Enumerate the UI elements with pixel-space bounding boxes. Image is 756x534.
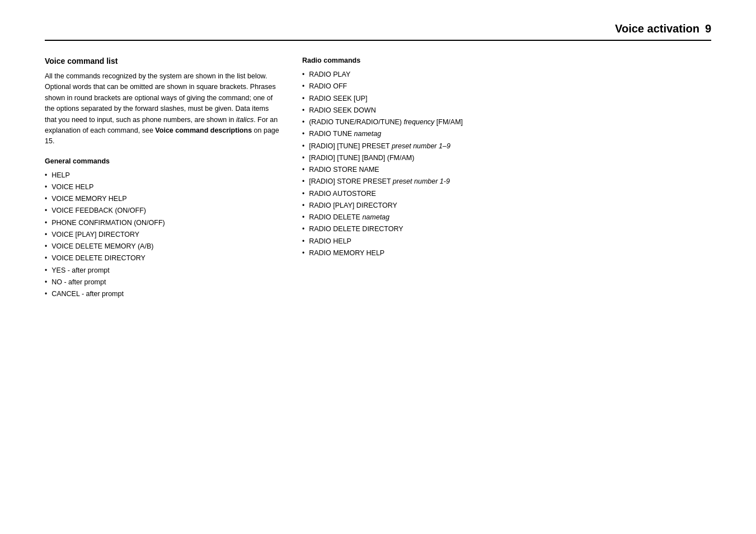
list-item: RADIO DELETE DIRECTORY (302, 223, 554, 235)
list-item: RADIO MEMORY HELP (302, 247, 554, 259)
list-item: YES - after prompt (45, 265, 280, 277)
list-item: VOICE FEEDBACK (ON/OFF) (45, 205, 280, 217)
list-item: RADIO SEEK [UP] (302, 93, 554, 105)
list-item: RADIO PLAY (302, 69, 554, 81)
list-item: [RADIO] [TUNE] [BAND] (FM/AM) (302, 152, 554, 164)
list-item: RADIO [PLAY] DIRECTORY (302, 200, 554, 212)
list-item: RADIO HELP (302, 236, 554, 247)
list-item: RADIO DELETE nametag (302, 212, 554, 223)
list-item: RADIO AUTOSTORE (302, 188, 554, 200)
radio-commands-list: RADIO PLAY RADIO OFF RADIO SEEK [UP] RAD… (302, 69, 554, 259)
page-container: Voice activation 9 Voice command list Al… (0, 0, 756, 534)
list-item: RADIO SEEK DOWN (302, 105, 554, 116)
list-item: PHONE CONFIRMATION (ON/OFF) (45, 217, 280, 229)
list-item: RADIO OFF (302, 81, 554, 92)
list-item: VOICE MEMORY HELP (45, 193, 280, 205)
right-column: Radio commands RADIO PLAY RADIO OFF RADI… (302, 57, 554, 300)
page-header: Voice activation 9 (45, 22, 711, 41)
page-title: Voice activation (615, 22, 699, 35)
general-commands-list: HELP VOICE HELP VOICE MEMORY HELP VOICE … (45, 170, 280, 301)
list-item: [RADIO] [TUNE] PRESET preset number 1–9 (302, 140, 554, 152)
radio-commands-title: Radio commands (302, 57, 554, 64)
page-number: 9 (705, 22, 711, 35)
left-column: Voice command list All the commands reco… (45, 57, 280, 300)
list-item: VOICE HELP (45, 181, 280, 193)
intro-text: All the commands recognized by the syste… (45, 71, 280, 147)
general-commands-title: General commands (45, 157, 280, 165)
list-item: VOICE [PLAY] DIRECTORY (45, 229, 280, 241)
list-item: VOICE DELETE MEMORY (A/B) (45, 241, 280, 252)
list-item: RADIO TUNE nametag (302, 128, 554, 140)
list-item: HELP (45, 170, 280, 181)
list-item: CANCEL - after prompt (45, 288, 280, 300)
list-item: (RADIO TUNE/RADIO/TUNE) frequency [FM/AM… (302, 116, 554, 128)
content-columns: Voice command list All the commands reco… (45, 57, 711, 300)
main-section-title: Voice command list (45, 57, 280, 65)
list-item: VOICE DELETE DIRECTORY (45, 252, 280, 264)
list-item: RADIO STORE NAME (302, 164, 554, 176)
list-item: [RADIO] STORE PRESET preset number 1-9 (302, 176, 554, 188)
list-item: NO - after prompt (45, 277, 280, 288)
